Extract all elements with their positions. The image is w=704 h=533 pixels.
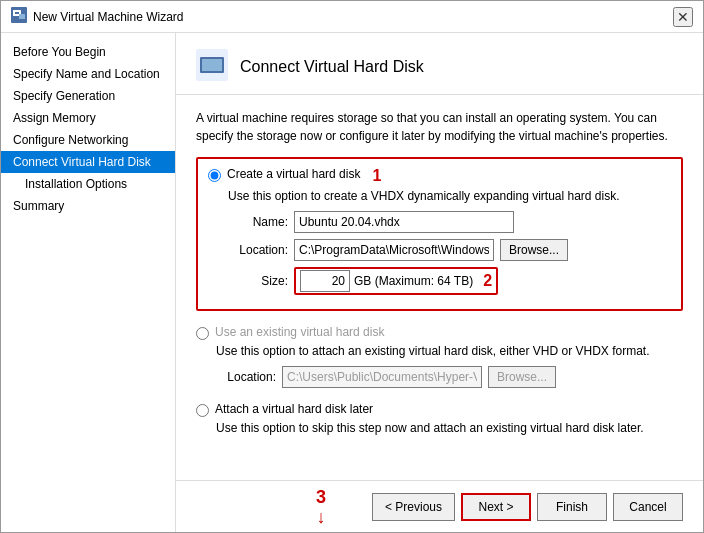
svg-rect-7 — [204, 71, 220, 73]
option3-row: Attach a virtual hard disk later — [196, 402, 683, 417]
option2-block: Use an existing virtual hard disk Use th… — [196, 325, 683, 388]
name-label: Name: — [228, 215, 288, 229]
footer: 3 ↓ < Previous Next > Finish Cancel — [176, 480, 703, 532]
option2-location-row: Location: Browse... — [216, 366, 683, 388]
close-button[interactable]: ✕ — [673, 7, 693, 27]
option2-radio[interactable] — [196, 327, 209, 340]
sidebar-item-summary[interactable]: Summary — [1, 195, 175, 217]
sidebar-item-configure-networking[interactable]: Configure Networking — [1, 129, 175, 151]
location-field-row: Location: Browse... — [228, 239, 671, 261]
description-text: A virtual machine requires storage so th… — [196, 109, 683, 145]
size-border: GB (Maximum: 64 TB) 2 — [294, 267, 498, 295]
name-input[interactable] — [294, 211, 514, 233]
sidebar-item-before-you-begin[interactable]: Before You Begin — [1, 41, 175, 63]
location-label: Location: — [228, 243, 288, 257]
sidebar-item-connect-vhd[interactable]: Connect Virtual Hard Disk — [1, 151, 175, 173]
option3-block: Attach a virtual hard disk later Use thi… — [196, 402, 683, 435]
sidebar: Before You Begin Specify Name and Locati… — [1, 33, 176, 532]
header-icon — [196, 49, 228, 84]
option2-location-label: Location: — [216, 370, 276, 384]
size-label: Size: — [228, 274, 288, 288]
sidebar-item-installation-options[interactable]: Installation Options — [1, 173, 175, 195]
option2-location-input — [282, 366, 482, 388]
browse-button-1[interactable]: Browse... — [500, 239, 568, 261]
titlebar-left: New Virtual Machine Wizard — [11, 7, 184, 26]
option1-label: Create a virtual hard disk — [227, 167, 360, 181]
name-field-row: Name: — [228, 211, 671, 233]
option3-subtext: Use this option to skip this step now an… — [216, 421, 683, 435]
option3-radio[interactable] — [196, 404, 209, 417]
window: New Virtual Machine Wizard ✕ Before You … — [0, 0, 704, 533]
option3-label: Attach a virtual hard disk later — [215, 402, 373, 416]
option1-border: Create a virtual hard disk 1 Use this op… — [196, 157, 683, 311]
sidebar-item-assign-memory[interactable]: Assign Memory — [1, 107, 175, 129]
previous-button[interactable]: < Previous — [372, 493, 455, 521]
svg-rect-3 — [19, 14, 25, 19]
size-suffix: GB (Maximum: 64 TB) — [354, 274, 473, 288]
option1-radio[interactable] — [208, 169, 221, 182]
page-title: Connect Virtual Hard Disk — [240, 58, 424, 76]
cancel-button[interactable]: Cancel — [613, 493, 683, 521]
window-title: New Virtual Machine Wizard — [33, 10, 184, 24]
size-field-row: Size: GB (Maximum: 64 TB) 2 — [228, 267, 671, 295]
svg-rect-6 — [202, 59, 222, 71]
option2-subtext: Use this option to attach an existing vi… — [216, 344, 683, 358]
option1-badge: 1 — [372, 167, 381, 185]
main-body: A virtual machine requires storage so th… — [176, 95, 703, 480]
finish-button[interactable]: Finish — [537, 493, 607, 521]
main-panel: Connect Virtual Hard Disk A virtual mach… — [176, 33, 703, 532]
sidebar-item-specify-name[interactable]: Specify Name and Location — [1, 63, 175, 85]
main-header: Connect Virtual Hard Disk — [176, 33, 703, 95]
window-icon — [11, 7, 27, 26]
sidebar-item-specify-generation[interactable]: Specify Generation — [1, 85, 175, 107]
option1-block: Create a virtual hard disk 1 Use this op… — [196, 157, 683, 311]
option1-badge2: 2 — [483, 272, 492, 290]
svg-rect-2 — [15, 12, 19, 14]
option1-subtext: Use this option to create a VHDX dynamic… — [228, 189, 671, 203]
browse-button-2: Browse... — [488, 366, 556, 388]
option2-label: Use an existing virtual hard disk — [215, 325, 384, 339]
next-button[interactable]: Next > — [461, 493, 531, 521]
option1-row: Create a virtual hard disk 1 — [208, 167, 671, 185]
badge3: 3 — [316, 487, 326, 508]
option2-row: Use an existing virtual hard disk — [196, 325, 683, 340]
size-input[interactable] — [300, 270, 350, 292]
location-input[interactable] — [294, 239, 494, 261]
titlebar: New Virtual Machine Wizard ✕ — [1, 1, 703, 33]
content: Before You Begin Specify Name and Locati… — [1, 33, 703, 532]
